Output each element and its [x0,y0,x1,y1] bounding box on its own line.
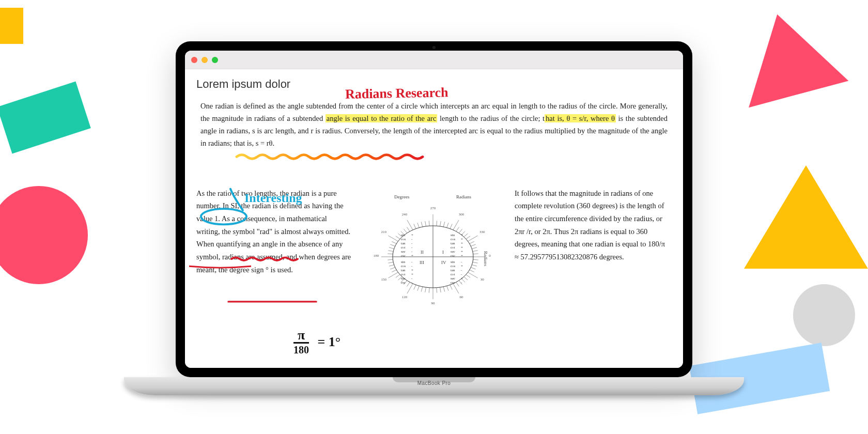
label-radians: Radians [456,194,471,199]
intro-text-b: length to the radius of the circle; t [437,114,545,122]
svg-line-18 [437,287,437,292]
svg-text:sin: sin [401,260,406,264]
svg-text:tan: tan [451,268,455,272]
svg-text:sin: sin [451,260,455,264]
label-degrees: Degrees [394,194,410,199]
svg-line-71 [473,251,478,252]
svg-text:180: 180 [374,254,379,258]
svg-text:sec: sec [451,250,455,254]
svg-line-15 [447,286,448,290]
svg-text:+: + [461,250,463,254]
laptop-base: MacBook Pro [124,377,744,395]
svg-line-20 [429,287,429,292]
close-button[interactable] [191,57,197,63]
svg-text:150: 150 [381,277,386,282]
svg-line-34 [389,265,394,266]
label-radians-side: Radians [483,251,488,266]
svg-line-23 [417,286,419,290]
svg-text:270: 270 [430,206,436,210]
svg-text:210: 210 [381,230,386,234]
svg-line-16 [443,287,445,292]
svg-line-57 [440,221,441,226]
svg-text:sec: sec [401,250,406,254]
svg-line-6 [470,270,474,272]
svg-text:cos: cos [451,264,456,268]
svg-line-2 [473,259,478,260]
svg-line-60 [450,224,452,228]
svg-text:300: 300 [459,212,464,216]
svg-text:120: 120 [402,295,408,299]
quadrant-1: I [442,250,444,255]
svg-line-26 [407,282,410,286]
minimize-button[interactable] [202,57,208,63]
svg-line-68 [470,241,474,243]
svg-text:tan: tan [401,241,406,245]
svg-line-65 [464,234,468,237]
svg-line-3 [473,262,478,263]
fullscreen-button[interactable] [212,57,218,63]
svg-line-54 [429,221,429,226]
svg-line-4 [472,265,477,266]
svg-line-31 [388,272,398,278]
diagram-column: I II III IV sin+cos+tan+cot+sec+csc+sin+… [361,187,505,327]
svg-line-50 [414,224,416,228]
svg-text:+: + [461,245,463,250]
svg-text:90: 90 [431,301,436,305]
svg-line-30 [396,274,400,277]
app-window: Lorem ipsum dolor One radian is defined … [185,51,683,368]
svg-line-5 [471,267,475,269]
columns: As the ratio of two lengths, the radian … [196,187,672,327]
svg-line-58 [443,222,445,227]
svg-line-52 [421,222,423,227]
ink-formula: π 180 = 1° [293,329,340,355]
svg-text:30: 30 [481,277,485,282]
svg-line-7 [468,272,478,278]
svg-line-38 [388,254,393,254]
svg-text:tan: tan [451,241,455,245]
svg-text:csc: csc [401,254,406,258]
svg-text:cot: cot [401,272,406,276]
svg-line-70 [472,247,477,249]
svg-line-35 [388,262,393,263]
svg-line-17 [440,287,441,292]
svg-line-47 [404,229,407,233]
highlight-1: angle is equal to the ratio of the arc [326,114,438,122]
decor-square-yellow [0,8,23,44]
svg-line-40 [389,247,394,249]
svg-text:cos: cos [451,237,456,241]
svg-text:+: + [461,276,463,281]
svg-line-36 [388,259,393,260]
svg-line-48 [407,227,410,231]
svg-line-12 [456,282,459,286]
decor-circle-grey [793,284,855,346]
svg-text:+: + [411,233,413,237]
left-paragraph: As the ratio of two lengths, the radian … [196,187,351,276]
svg-text:sin: sin [401,233,406,237]
svg-line-67 [468,236,478,241]
laptop-mockup: Lorem ipsum dolor One radian is defined … [176,41,692,395]
svg-line-51 [417,223,419,227]
decor-triangle-pink [727,1,849,107]
titlebar [185,51,683,69]
ink-wavy-underline-gradient [237,155,423,159]
quadrant-2: II [421,250,424,255]
svg-text:cos: cos [401,237,406,241]
svg-line-63 [459,229,462,233]
intro-paragraph: One radian is defined as the angle subte… [196,100,672,150]
svg-text:sec: sec [451,276,455,281]
svg-text:+: + [461,254,463,258]
ink-formula-numerator: π [293,329,309,344]
svg-line-8 [466,274,470,277]
svg-line-9 [464,276,468,280]
svg-text:240: 240 [402,212,408,216]
highlight-2: hat is, θ = s/r, where θ [545,114,616,122]
laptop-label: MacBook Pro [417,380,451,386]
svg-line-56 [437,221,437,226]
decor-square-teal [0,82,91,154]
svg-line-66 [466,236,470,239]
svg-text:tan: tan [401,268,406,272]
protractor-diagram: I II III IV sin+cos+tan+cot+sec+csc+sin+… [363,187,503,327]
svg-text:330: 330 [479,230,485,234]
svg-line-14 [450,285,452,289]
svg-line-39 [388,251,393,252]
